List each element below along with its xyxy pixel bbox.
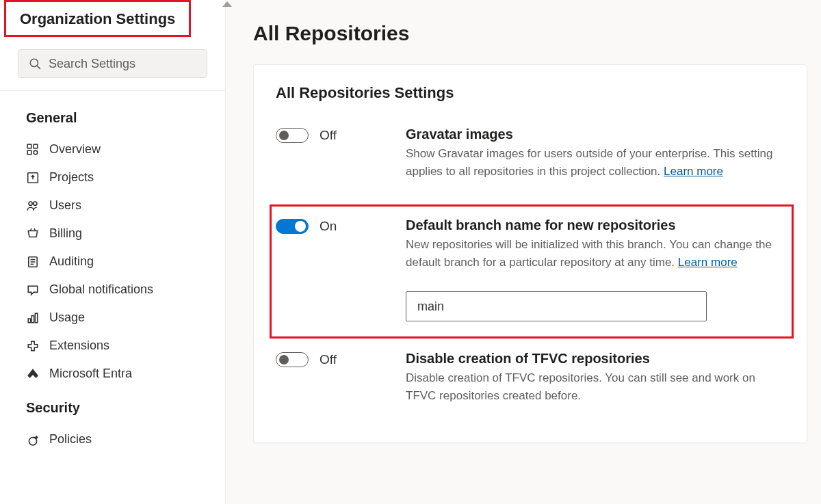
sidebar-title: Organization Settings xyxy=(4,0,191,37)
usage-icon xyxy=(26,311,40,325)
nav-section-general: General xyxy=(0,98,225,135)
nav-label: Users xyxy=(49,198,81,213)
overview-icon xyxy=(26,143,40,157)
disable-tfvc-toggle[interactable] xyxy=(276,352,309,367)
nav-label: Policies xyxy=(49,432,92,447)
gravatar-desc: Show Gravatar images for users outside o… xyxy=(406,145,785,180)
billing-icon xyxy=(26,227,40,241)
nav-label: Usage xyxy=(49,310,85,325)
nav-item-policies[interactable]: Policies xyxy=(0,425,225,453)
nav-label: Global notifications xyxy=(49,282,153,297)
sidebar: Organization Settings General Overview xyxy=(0,0,226,504)
nav-label: Auditing xyxy=(49,254,94,269)
svg-rect-2 xyxy=(27,144,31,148)
main-content: All Repositories All Repositories Settin… xyxy=(226,0,821,504)
policies-icon xyxy=(26,433,40,447)
svg-line-1 xyxy=(37,66,40,69)
nav-item-extensions[interactable]: Extensions xyxy=(0,332,225,360)
nav-label: Billing xyxy=(49,226,82,241)
page-title: All Repositories xyxy=(253,22,807,45)
auditing-icon xyxy=(26,255,40,269)
global-notifications-icon xyxy=(26,283,40,297)
default-branch-desc: New repositories will be initialized wit… xyxy=(406,236,785,271)
svg-rect-13 xyxy=(28,319,30,323)
gravatar-learn-more-link[interactable]: Learn more xyxy=(664,165,723,178)
nav-item-usage[interactable]: Usage xyxy=(0,304,225,332)
entra-icon xyxy=(26,367,40,381)
setting-default-branch: On Default branch name for new repositor… xyxy=(270,204,794,339)
disable-tfvc-toggle-label: Off xyxy=(320,352,337,367)
nav-item-auditing[interactable]: Auditing xyxy=(0,248,225,276)
extensions-icon xyxy=(26,339,40,353)
nav-label: Overview xyxy=(49,142,101,157)
nav-label: Extensions xyxy=(49,339,109,353)
sidebar-nav: General Overview Projects xyxy=(0,91,225,453)
nav-item-global-notifications[interactable]: Global notifications xyxy=(0,276,225,304)
setting-disable-tfvc: Off Disable creation of TFVC repositorie… xyxy=(276,351,785,416)
svg-rect-3 xyxy=(27,150,31,155)
nav-item-users[interactable]: Users xyxy=(0,191,225,220)
nav-label: Microsoft Entra xyxy=(49,367,132,381)
nav-item-billing[interactable]: Billing xyxy=(0,220,225,248)
gravatar-toggle-label: Off xyxy=(320,128,337,143)
search-settings-box[interactable] xyxy=(18,49,207,78)
svg-point-8 xyxy=(34,202,37,205)
projects-icon xyxy=(26,171,40,185)
users-icon xyxy=(26,199,40,213)
scroll-up-indicator xyxy=(222,1,232,7)
default-branch-learn-more-link[interactable]: Learn more xyxy=(678,256,738,269)
svg-rect-15 xyxy=(35,313,37,323)
svg-point-0 xyxy=(30,59,38,66)
search-icon xyxy=(28,57,42,70)
disable-tfvc-title: Disable creation of TFVC repositories xyxy=(406,351,785,367)
default-branch-input[interactable] xyxy=(406,291,707,321)
svg-rect-14 xyxy=(31,315,34,322)
nav-item-projects[interactable]: Projects xyxy=(0,163,225,191)
panel-title: All Repositories Settings xyxy=(276,84,785,102)
svg-point-7 xyxy=(29,202,32,205)
nav-item-microsoft-entra[interactable]: Microsoft Entra xyxy=(0,360,225,388)
nav-section-security: Security xyxy=(0,388,225,425)
settings-panel: All Repositories Settings Off Gravatar i… xyxy=(253,64,807,443)
default-branch-toggle[interactable] xyxy=(276,219,309,234)
disable-tfvc-desc: Disable creation of TFVC repositories. Y… xyxy=(406,369,785,404)
search-input[interactable] xyxy=(49,57,207,71)
nav-label: Projects xyxy=(49,170,94,185)
svg-point-5 xyxy=(34,150,38,155)
default-branch-title: Default branch name for new repositories xyxy=(406,217,785,233)
svg-point-16 xyxy=(29,437,36,445)
gravatar-toggle[interactable] xyxy=(276,128,309,143)
nav-item-overview[interactable]: Overview xyxy=(0,135,225,163)
setting-gravatar: Off Gravatar images Show Gravatar images… xyxy=(276,127,785,192)
svg-rect-4 xyxy=(34,144,38,148)
default-branch-toggle-label: On xyxy=(320,219,337,234)
gravatar-title: Gravatar images xyxy=(406,127,785,142)
